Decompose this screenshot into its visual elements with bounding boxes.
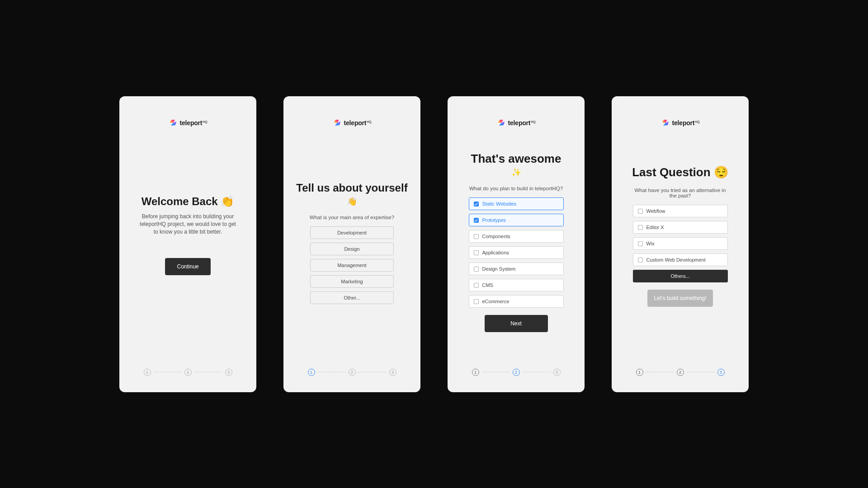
option-management[interactable]: Management bbox=[310, 259, 394, 272]
option-static-websites[interactable]: Static Websites bbox=[469, 197, 564, 210]
option-custom-web-dev[interactable]: Custom Web Development bbox=[633, 253, 728, 266]
checkbox-icon bbox=[638, 209, 643, 214]
brand-logo: teleportHQ bbox=[497, 119, 535, 127]
option-components[interactable]: Components bbox=[469, 230, 564, 243]
option-prototypes[interactable]: Prototypes bbox=[469, 214, 564, 226]
option-editor-x[interactable]: Editor X bbox=[633, 221, 728, 234]
option-applications[interactable]: Applications bbox=[469, 246, 564, 259]
alternative-options: Webflow Editor X Wix Custom Web Developm… bbox=[623, 205, 737, 282]
step-3: 3 bbox=[389, 369, 396, 376]
checkbox-icon bbox=[474, 250, 479, 255]
step-2: 2 bbox=[677, 369, 684, 376]
option-marketing[interactable]: Marketing bbox=[310, 275, 394, 288]
checkbox-icon bbox=[474, 299, 479, 304]
logo-icon bbox=[169, 119, 177, 127]
option-wix[interactable]: Wix bbox=[633, 237, 728, 250]
screen-about-yourself: teleportHQ Tell us about yourself 👋 What… bbox=[283, 96, 420, 392]
option-design-system[interactable]: Design System bbox=[469, 263, 564, 275]
screen-build-plan: teleportHQ That's awesome ✨ What do you … bbox=[448, 96, 585, 392]
checkbox-icon bbox=[638, 258, 643, 263]
logo-icon bbox=[661, 119, 670, 127]
checkbox-icon bbox=[474, 218, 479, 223]
step-1: 1 bbox=[308, 369, 315, 376]
brand-name: teleportHQ bbox=[180, 119, 207, 127]
brand-logo: teleportHQ bbox=[661, 119, 699, 127]
logo-icon bbox=[333, 119, 341, 127]
progress-stepper: 1 2 3 bbox=[283, 369, 420, 376]
checkbox-icon bbox=[638, 241, 643, 246]
brand-logo: teleportHQ bbox=[333, 119, 371, 127]
checkbox-icon bbox=[638, 225, 643, 230]
step-2: 2 bbox=[513, 369, 520, 376]
checkbox-icon bbox=[474, 234, 479, 239]
screen-title: That's awesome bbox=[471, 151, 561, 166]
screen-question: What is your main area of expertise? bbox=[310, 215, 394, 220]
screen-title: Welcome Back 👏 bbox=[142, 195, 235, 208]
step-1: 1 bbox=[472, 369, 479, 376]
option-design[interactable]: Design bbox=[310, 243, 394, 255]
step-2: 2 bbox=[184, 369, 192, 376]
step-1: 1 bbox=[636, 369, 643, 376]
brand-name: teleportHQ bbox=[672, 119, 699, 127]
continue-button[interactable]: Continue bbox=[165, 258, 210, 275]
option-other[interactable]: Other... bbox=[310, 291, 394, 304]
option-ecommerce[interactable]: eCommerce bbox=[469, 295, 564, 308]
expertise-options: Development Design Management Marketing … bbox=[295, 226, 409, 304]
step-3: 3 bbox=[553, 369, 561, 376]
checkbox-icon bbox=[474, 283, 479, 288]
checkbox-icon bbox=[474, 202, 479, 206]
screen-alternatives: teleportHQ Last Question 😌 What have you… bbox=[612, 96, 749, 392]
logo-icon bbox=[497, 119, 505, 127]
option-others[interactable]: Others... bbox=[633, 270, 728, 282]
onboarding-screens: teleportHQ Welcome Back 👏 Before jumping… bbox=[119, 96, 749, 392]
screen-title: Last Question 😌 bbox=[632, 165, 728, 180]
brand-name: teleportHQ bbox=[508, 119, 535, 127]
build-options: Static Websites Prototypes Components Ap… bbox=[459, 197, 573, 308]
progress-stepper: 1 2 3 bbox=[612, 369, 749, 376]
option-development[interactable]: Development bbox=[310, 226, 394, 239]
screen-title: Tell us about yourself bbox=[296, 181, 407, 195]
screen-question: What have you tried as an alternative in… bbox=[633, 188, 728, 198]
next-button[interactable]: Next bbox=[485, 315, 548, 332]
option-webflow[interactable]: Webflow bbox=[633, 205, 728, 217]
brand-logo: teleportHQ bbox=[169, 119, 207, 127]
wave-icon: 👋 bbox=[347, 197, 357, 206]
step-1: 1 bbox=[144, 369, 151, 376]
step-3: 3 bbox=[225, 369, 232, 376]
screen-question: What do you plan to build in teleportHQ? bbox=[469, 186, 563, 191]
screen-welcome: teleportHQ Welcome Back 👏 Before jumping… bbox=[119, 96, 256, 392]
step-2: 2 bbox=[349, 369, 356, 376]
screen-body: Before jumping back into building your t… bbox=[138, 213, 238, 236]
lets-build-button[interactable]: Let's build something! bbox=[647, 290, 713, 307]
progress-stepper: 1 2 3 bbox=[448, 369, 585, 376]
checkbox-icon bbox=[474, 267, 479, 272]
step-3: 3 bbox=[717, 369, 725, 376]
brand-name: teleportHQ bbox=[344, 119, 371, 127]
progress-stepper: 1 2 3 bbox=[119, 369, 256, 376]
sparkles-icon: ✨ bbox=[511, 168, 521, 178]
option-cms[interactable]: CMS bbox=[469, 279, 564, 291]
